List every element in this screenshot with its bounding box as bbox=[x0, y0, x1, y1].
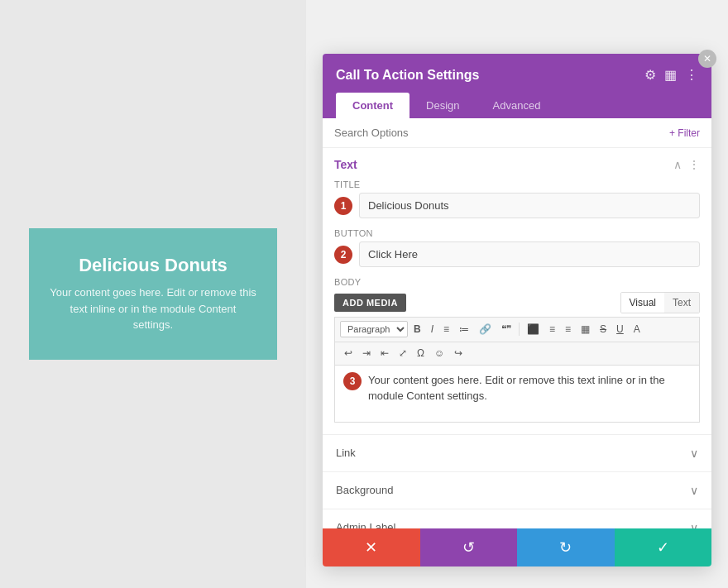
strikethrough-button[interactable]: S bbox=[596, 321, 611, 338]
close-overlay-button[interactable]: ✕ bbox=[698, 50, 716, 68]
preview-area: Delicious Donuts Your content goes here.… bbox=[0, 0, 306, 588]
background-section: Background ∨ bbox=[323, 472, 711, 509]
body-label: Body bbox=[334, 277, 700, 287]
underline-button[interactable]: U bbox=[612, 321, 628, 338]
badge-2: 2 bbox=[334, 246, 352, 264]
admin-label-chevron-icon: ∨ bbox=[690, 521, 698, 528]
panel-title: Call To Action Settings bbox=[336, 68, 479, 83]
button-input[interactable] bbox=[359, 241, 700, 267]
text-section: Text ∧ ⋮ Title 1 Button 2 bbox=[323, 148, 711, 435]
panel-header: Call To Action Settings ⚙ ▦ ⋮ Content De… bbox=[323, 54, 711, 118]
text-button[interactable]: Text bbox=[664, 293, 699, 313]
preview-body: Your content goes here. Edit or remove t… bbox=[49, 284, 257, 333]
tabs: Content Design Advanced bbox=[336, 93, 698, 118]
tab-design[interactable]: Design bbox=[410, 93, 476, 118]
visual-text-toggle: Visual Text bbox=[620, 292, 700, 313]
editor-toolbar-row1: Paragraph B I ≡ ≔ 🔗 ❝❞ ⬛ ≡ ≡ ▦ S U A bbox=[334, 317, 700, 342]
admin-label-section: Admin Label ∨ bbox=[323, 509, 711, 528]
indent-button[interactable]: ⇥ bbox=[358, 345, 375, 362]
background-chevron-icon: ∨ bbox=[690, 484, 698, 497]
text-section-header: Text ∧ ⋮ bbox=[323, 148, 711, 179]
editor-toolbar-row2: ↩ ⇥ ⇤ ⤢ Ω ☺ ↪ bbox=[334, 342, 700, 365]
preview-title: Delicious Donuts bbox=[49, 255, 257, 276]
editor-toolbar-top: ADD MEDIA Visual Text bbox=[334, 292, 700, 313]
paragraph-select[interactable]: Paragraph bbox=[340, 321, 408, 337]
link-button[interactable]: 🔗 bbox=[475, 321, 496, 338]
special-char-button[interactable]: Ω bbox=[413, 345, 429, 362]
grid-icon[interactable]: ▦ bbox=[664, 67, 677, 83]
ordered-list-button[interactable]: ≔ bbox=[455, 321, 473, 338]
redo-editor-button[interactable]: ↪ bbox=[450, 345, 467, 362]
tab-content[interactable]: Content bbox=[336, 93, 410, 118]
preview-card: Delicious Donuts Your content goes here.… bbox=[29, 228, 277, 360]
align-right-button[interactable]: ≡ bbox=[561, 321, 575, 338]
tab-advanced[interactable]: Advanced bbox=[477, 93, 558, 118]
background-section-header[interactable]: Background ∨ bbox=[323, 472, 711, 509]
align-center-button[interactable]: ≡ bbox=[545, 321, 559, 338]
body-section: Body ADD MEDIA Visual Text Paragraph B I… bbox=[323, 277, 711, 434]
title-label: Title bbox=[334, 179, 700, 189]
badge-1: 1 bbox=[334, 197, 352, 215]
table-button[interactable]: ▦ bbox=[577, 321, 594, 338]
link-section-header[interactable]: Link ∨ bbox=[323, 435, 711, 471]
history-button[interactable]: ↩ bbox=[340, 345, 357, 362]
admin-label-header[interactable]: Admin Label ∨ bbox=[323, 509, 711, 528]
italic-button[interactable]: I bbox=[427, 321, 438, 338]
panel-body: + Filter Text ∧ ⋮ Title 1 Button bbox=[323, 118, 711, 528]
editor-content[interactable]: Your content goes here. Edit or remove t… bbox=[368, 372, 691, 404]
title-field-row: 1 bbox=[334, 193, 700, 218]
panel-header-icons: ⚙ ▦ ⋮ bbox=[644, 67, 698, 83]
text-section-more-icon[interactable]: ⋮ bbox=[688, 158, 700, 171]
action-buttons: ✕ ↺ ↻ ✓ bbox=[323, 528, 711, 566]
admin-label-title: Admin Label bbox=[336, 521, 395, 528]
undo-button[interactable]: ↺ bbox=[420, 528, 518, 566]
emoji-button[interactable]: ☺ bbox=[430, 345, 448, 362]
toolbar-separator-1 bbox=[519, 323, 520, 336]
align-left-button[interactable]: ⬛ bbox=[523, 321, 544, 338]
search-bar: + Filter bbox=[323, 118, 711, 148]
title-input[interactable] bbox=[359, 193, 700, 218]
search-input[interactable] bbox=[334, 127, 669, 139]
bold-button[interactable]: B bbox=[410, 321, 425, 338]
button-field-row: 2 bbox=[334, 241, 700, 267]
settings-panel: Call To Action Settings ⚙ ▦ ⋮ Content De… bbox=[323, 54, 711, 566]
panel-header-top: Call To Action Settings ⚙ ▦ ⋮ bbox=[336, 67, 698, 83]
add-media-button[interactable]: ADD MEDIA bbox=[334, 294, 406, 312]
link-chevron-icon: ∨ bbox=[690, 447, 698, 460]
fullscreen-button[interactable]: ⤢ bbox=[395, 345, 411, 362]
link-section-title: Link bbox=[336, 447, 356, 459]
blockquote-button[interactable]: ❝❞ bbox=[497, 321, 515, 338]
more-icon[interactable]: ⋮ bbox=[685, 67, 698, 83]
filter-button[interactable]: + Filter bbox=[669, 127, 700, 139]
collapse-icon[interactable]: ∧ bbox=[673, 158, 682, 171]
link-section: Link ∨ bbox=[323, 435, 711, 472]
badge-3: 3 bbox=[343, 372, 362, 390]
outdent-button[interactable]: ⇤ bbox=[376, 345, 393, 362]
button-label: Button bbox=[334, 228, 700, 238]
save-button[interactable]: ✓ bbox=[615, 528, 712, 566]
text-section-title: Text bbox=[334, 158, 357, 171]
unordered-list-button[interactable]: ≡ bbox=[439, 321, 453, 338]
title-field-group: Title 1 bbox=[323, 179, 711, 228]
font-color-button[interactable]: A bbox=[630, 321, 644, 338]
button-field-group: Button 2 bbox=[323, 228, 711, 277]
background-section-title: Background bbox=[336, 484, 393, 496]
editor-area[interactable]: 3 Your content goes here. Edit or remove… bbox=[334, 365, 700, 423]
cancel-button[interactable]: ✕ bbox=[323, 528, 420, 566]
text-section-icons: ∧ ⋮ bbox=[673, 158, 700, 171]
settings-icon[interactable]: ⚙ bbox=[644, 67, 656, 83]
redo-button[interactable]: ↻ bbox=[517, 528, 615, 566]
visual-button[interactable]: Visual bbox=[621, 293, 664, 313]
